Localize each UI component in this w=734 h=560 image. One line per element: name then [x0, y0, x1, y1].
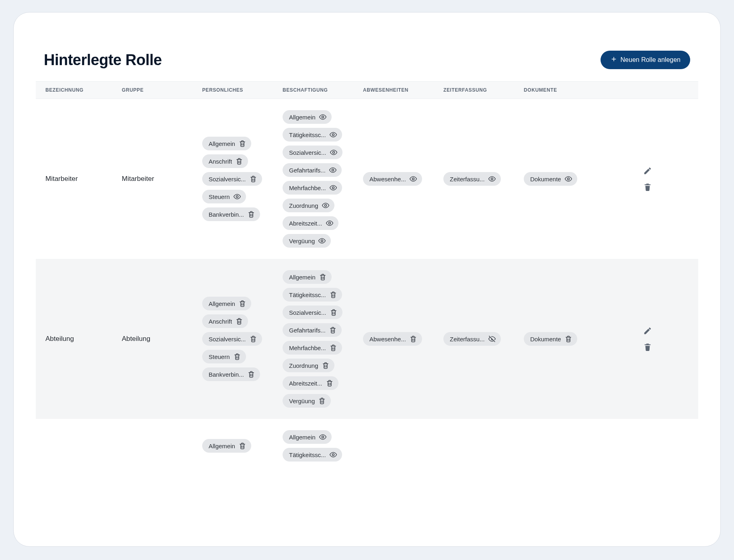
permission-chip[interactable]: Sozialversic... [202, 332, 262, 346]
row-actions [604, 326, 652, 352]
chip-column-abwesenheiten: Abwesenhe... [363, 332, 443, 346]
permission-chip[interactable]: Zeiterfassu... [443, 332, 501, 346]
permission-chip[interactable]: Zuordnung [283, 199, 334, 212]
chip-label: Sozialversic... [209, 176, 246, 183]
chip-label: Tätigkeitssc... [289, 131, 326, 138]
chip-label: Steuern [209, 193, 230, 200]
col-dokumente: DOKUMENTE [524, 87, 604, 93]
trash-icon [249, 335, 257, 343]
chip-label: Abreitszeit... [289, 380, 322, 387]
permission-chip[interactable]: Allgemein [202, 297, 251, 310]
chip-label: Sozialversic... [289, 149, 326, 156]
eye-icon [564, 175, 572, 183]
permission-chip[interactable]: Vergüung [283, 394, 331, 408]
chip-column-abwesenheiten: Abwesenhe... [363, 172, 443, 186]
chip-label: Allgemein [289, 274, 316, 281]
cell-gruppe: Mitarbeiter [122, 175, 202, 183]
chip-column-beschaftigung: Allgemein Tätigkeitssc... [283, 430, 363, 462]
chip-label: Vergüung [289, 398, 315, 404]
permission-chip[interactable]: Sozialversic... [283, 146, 342, 159]
chip-label: Allgemein [289, 114, 316, 121]
chip-label: Bankverbin... [209, 211, 244, 218]
content-card: Hinterlegte Rolle Neuen Rolle anlegen BE… [36, 35, 698, 546]
trash-icon [409, 335, 417, 343]
chip-label: Allgemein [289, 434, 316, 441]
permission-chip[interactable]: Tätigkeitssc... [283, 448, 342, 462]
permission-chip[interactable]: Bankverbin... [202, 367, 260, 381]
permission-chip[interactable]: Anschrift [202, 314, 248, 328]
permission-chip[interactable]: Allgemein [202, 137, 251, 150]
permission-chip[interactable]: Tätigkeitssc... [283, 128, 342, 142]
eye-icon [329, 184, 337, 192]
permission-chip[interactable]: Dokumente [524, 172, 577, 186]
create-role-button[interactable]: Neuen Rolle anlegen [601, 51, 690, 69]
permission-chip[interactable]: Vergüung [283, 234, 331, 248]
permission-chip[interactable]: Bankverbin... [202, 207, 260, 221]
permission-chip[interactable]: Abreitszeit... [283, 376, 338, 390]
chip-label: Zeiterfassu... [450, 336, 485, 343]
permission-chip[interactable]: Allgemein [202, 439, 251, 453]
permission-chip[interactable]: Steuern [202, 190, 246, 203]
permission-chip[interactable]: Mehrfachbe... [283, 181, 342, 195]
trash-icon [330, 308, 338, 316]
chip-label: Allgemein [209, 300, 235, 307]
eye-icon [322, 201, 330, 209]
plus-icon [610, 55, 617, 64]
chip-label: Zeiterfassu... [450, 176, 485, 183]
chip-label: Allgemein [209, 140, 235, 147]
edit-row-button[interactable] [643, 326, 652, 336]
col-bezeichnung: BEZEICHNUNG [45, 87, 122, 93]
eye-icon [329, 451, 337, 459]
trash-icon [329, 291, 337, 299]
table-body: Mitarbeiter Mitarbeiter Allgemein Anschr… [36, 99, 698, 473]
permission-chip[interactable]: Allgemein [283, 270, 332, 284]
chip-column-dokumente: Dokumente [524, 172, 604, 186]
col-actions [604, 87, 652, 93]
trash-icon [238, 442, 246, 450]
permission-chip[interactable]: Sozialversic... [202, 172, 262, 186]
col-zeiterfassung: ZEITERFASSUNG [443, 87, 524, 93]
permission-chip[interactable]: Gefahrtarifs... [283, 323, 342, 337]
chip-label: Dokumente [530, 176, 561, 183]
col-abwesenheiten: ABWESENHEITEN [363, 87, 443, 93]
col-personliches: PERSONLICHES [202, 87, 283, 93]
permission-chip[interactable]: Abwesenhe... [363, 332, 422, 346]
permission-chip[interactable]: Steuern [202, 350, 246, 363]
chip-column-beschaftigung: Allgemein Tätigkeitssc... Sozialversic..… [283, 270, 363, 408]
chip-label: Tätigkeitssc... [289, 451, 326, 458]
cell-bezeichnung: Mitarbeiter [45, 175, 122, 183]
permission-chip[interactable]: Dokumente [524, 332, 577, 346]
trash-icon [322, 361, 330, 369]
trash-icon [326, 379, 334, 387]
delete-row-button[interactable] [643, 342, 652, 352]
eye-off-icon [488, 335, 496, 343]
permission-chip[interactable]: Abwesenhe... [363, 172, 422, 186]
eye-icon [326, 219, 334, 227]
permission-chip[interactable]: Gefahrtarifs... [283, 163, 342, 177]
chip-column-personliches: Allgemein Anschrift Sozialversic... Steu… [202, 297, 283, 381]
trash-icon [235, 157, 243, 165]
chip-column-personliches: Allgemein [202, 439, 283, 453]
delete-row-button[interactable] [643, 182, 652, 192]
permission-chip[interactable]: Zeiterfassu... [443, 172, 501, 186]
col-beschaftigung: BESCHAFTIGUNG [283, 87, 363, 93]
permission-chip[interactable]: Zuordnung [283, 359, 334, 372]
trash-icon [329, 326, 337, 334]
chip-label: Bankverbin... [209, 371, 244, 378]
permission-chip[interactable]: Tätigkeitssc... [283, 288, 342, 302]
permission-chip[interactable]: Anschrift [202, 154, 248, 168]
permission-chip[interactable]: Abreitszeit... [283, 216, 338, 230]
permission-chip[interactable]: Allgemein [283, 430, 332, 444]
trash-icon [319, 273, 327, 281]
permission-chip[interactable]: Mehrfachbe... [283, 341, 342, 355]
eye-icon [329, 166, 337, 174]
chip-label: Dokumente [530, 336, 561, 343]
chip-label: Vergüung [289, 238, 315, 244]
eye-icon [319, 113, 327, 121]
chip-label: Abwesenhe... [369, 176, 406, 183]
edit-row-button[interactable] [643, 166, 652, 176]
permission-chip[interactable]: Allgemein [283, 110, 332, 124]
cell-bezeichnung: Abteilung [45, 335, 122, 343]
permission-chip[interactable]: Sozialversic... [283, 306, 342, 319]
eye-icon [233, 193, 241, 201]
